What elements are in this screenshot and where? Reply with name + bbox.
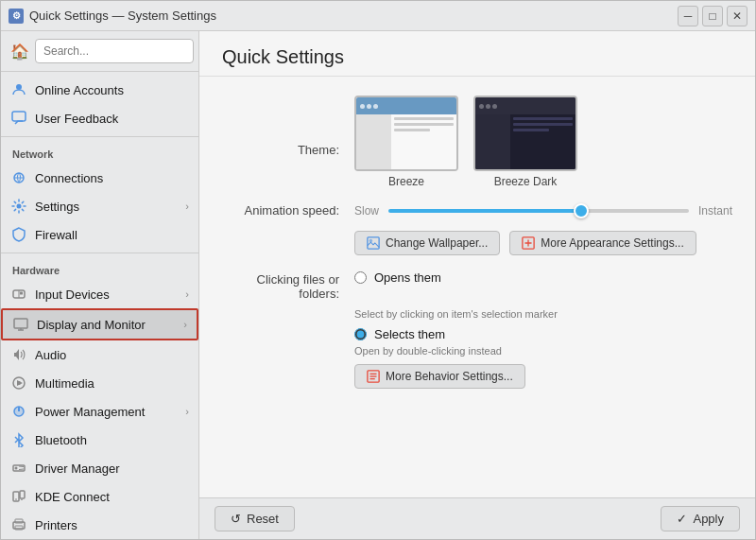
dot <box>492 104 497 109</box>
content-header: Quick Settings <box>199 31 755 77</box>
dot <box>486 104 490 109</box>
svg-marker-12 <box>17 380 23 386</box>
svg-point-17 <box>15 467 18 470</box>
sidebar-item-input-devices[interactable]: Input Devices › <box>1 280 198 308</box>
close-button[interactable]: ✕ <box>727 6 747 26</box>
change-wallpaper-label: Change Wallpaper... <box>386 236 488 250</box>
behavior-btn-row: More Behavior Settings... <box>354 364 732 389</box>
home-button[interactable]: 🏠 <box>10 40 29 62</box>
network-section-label: Network <box>1 141 198 164</box>
sidebar-item-user-feedback[interactable]: User Feedback <box>1 104 198 132</box>
sidebar-item-firewall[interactable]: Firewall <box>1 220 198 249</box>
change-wallpaper-button[interactable]: Change Wallpaper... <box>354 231 500 255</box>
sidebar-item-label: Online Accounts <box>35 83 189 97</box>
content-line <box>394 117 454 120</box>
content-line <box>394 123 454 126</box>
theme-preview-light <box>354 96 458 171</box>
audio-icon <box>10 346 27 363</box>
apply-label: Apply <box>693 512 724 526</box>
more-behavior-button[interactable]: More Behavior Settings... <box>354 364 525 389</box>
divider <box>1 136 198 137</box>
theme-name-breeze: Breeze <box>388 175 424 188</box>
page-title: Quick Settings <box>222 46 732 68</box>
dark-body <box>475 114 576 169</box>
apply-button[interactable]: ✓ Apply <box>661 506 740 531</box>
animation-speed-control: Slow Instant <box>354 204 732 218</box>
sidebar-item-driver-manager[interactable]: Driver Manager <box>1 454 198 482</box>
maximize-button[interactable]: □ <box>702 6 723 26</box>
opens-them-radio[interactable] <box>354 271 367 284</box>
appearance-icon <box>522 236 535 250</box>
theme-breeze-dark[interactable]: Breeze Dark <box>473 96 577 188</box>
content-line <box>513 129 549 131</box>
sidebar-item-printers[interactable]: Printers <box>1 511 198 539</box>
selects-them-label: Selects them <box>374 327 445 341</box>
dot <box>373 104 378 109</box>
sidebar-item-label: Firewall <box>35 228 189 242</box>
search-input[interactable] <box>35 39 194 63</box>
sidebar-item-audio[interactable]: Audio <box>1 340 198 369</box>
sidebar-item-online-accounts[interactable]: Online Accounts <box>1 76 198 104</box>
slow-label: Slow <box>354 204 379 218</box>
reset-label: Reset <box>247 512 279 526</box>
more-appearance-button[interactable]: More Appearance Settings... <box>509 231 696 255</box>
arrow-icon: › <box>185 200 189 212</box>
sidebar-item-settings[interactable]: Settings › <box>1 192 198 220</box>
wallpaper-icon <box>367 236 380 250</box>
content-line <box>394 129 430 131</box>
app-icon: ⚙ <box>9 9 24 24</box>
selects-them-radio[interactable] <box>354 328 367 340</box>
window: ⚙ Quick Settings — System Settings ─ □ ✕… <box>0 0 756 540</box>
theme-breeze[interactable]: Breeze <box>354 96 458 188</box>
sidebar-item-bluetooth[interactable]: Bluetooth <box>1 426 198 454</box>
minimize-button[interactable]: ─ <box>678 6 698 26</box>
dot <box>479 104 484 109</box>
sidebar-item-label: KDE Connect <box>35 490 189 504</box>
sidebar-item-label: User Feedback <box>35 112 189 126</box>
light-content <box>391 114 456 169</box>
sidebar-header: 🏠 ☰ <box>1 31 198 72</box>
sidebar-item-label: Power Management <box>35 405 178 419</box>
instant-label: Instant <box>698 204 732 218</box>
clicking-row: Clicking files or folders: Opens them <box>222 270 732 301</box>
dot <box>367 104 371 109</box>
sidebar-item-multimedia[interactable]: Multimedia <box>1 369 198 397</box>
feedback-icon <box>10 110 27 127</box>
content-line <box>513 117 573 120</box>
reset-button[interactable]: ↺ Reset <box>215 506 295 531</box>
animation-speed-label: Animation speed: <box>222 203 354 218</box>
behavior-icon <box>367 370 380 383</box>
svg-line-18 <box>19 466 24 467</box>
theme-row: Theme: <box>222 96 732 188</box>
opens-them-label: Opens them <box>374 270 441 285</box>
sidebar-item-kde-connect[interactable]: KDE Connect <box>1 482 198 511</box>
bottom-bar: ↺ Reset ✓ Apply <box>199 497 755 539</box>
titlebar-controls: ─ □ ✕ <box>678 6 747 26</box>
svg-rect-20 <box>20 491 25 498</box>
animation-speed-row: Animation speed: Slow Instant <box>222 203 732 218</box>
sidebar-item-connections[interactable]: Connections <box>1 164 198 192</box>
sidebar-item-power-management[interactable]: Power Management › <box>1 397 198 426</box>
svg-rect-7 <box>14 319 27 328</box>
apply-icon: ✓ <box>677 512 687 526</box>
dark-content <box>510 114 576 169</box>
hint-select: Select by clicking on item's selection m… <box>354 308 732 320</box>
sidebar-item-label: Driver Manager <box>35 462 189 476</box>
light-preview-img <box>356 97 456 169</box>
divider <box>1 253 198 253</box>
svg-point-3 <box>17 204 22 209</box>
main-layout: 🏠 ☰ Online Accounts User Feedback <box>1 31 755 539</box>
option-opens-them: Opens them <box>354 270 441 285</box>
dark-titlebar <box>475 97 576 114</box>
theme-name-dark: Breeze Dark <box>494 175 558 188</box>
clicking-options: Opens them <box>354 270 441 285</box>
kde-connect-icon <box>10 488 27 505</box>
sidebar-item-display-monitor[interactable]: Display and Monitor › <box>1 308 198 340</box>
animation-speed-slider[interactable] <box>388 209 689 213</box>
arrow-icon: › <box>185 406 189 417</box>
svg-point-0 <box>16 84 22 90</box>
arrow-icon: › <box>183 319 187 330</box>
dark-preview-img <box>475 97 576 169</box>
accounts-icon <box>10 81 27 98</box>
theme-label: Theme: <box>222 96 354 157</box>
